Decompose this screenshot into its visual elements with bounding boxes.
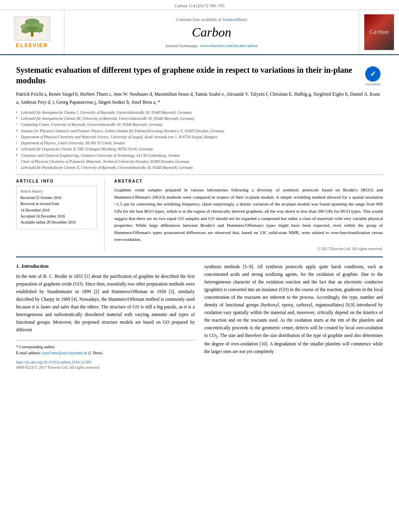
info-abstract-section: ARTICLE INFO Article history: Received 2… xyxy=(16,179,383,251)
doi-link[interactable]: http://dx.doi.org/10.1016/j.carbon.2016.… xyxy=(16,360,195,364)
footnotes-area: * Corresponding author. E-mail address: … xyxy=(16,340,195,356)
article-info-box: Article history: Received 25 October 201… xyxy=(16,186,97,229)
aff-sup-a: a xyxy=(16,110,20,115)
journal-cover-area: Carbon xyxy=(359,10,399,54)
aff-sup-b: b xyxy=(16,116,20,121)
aff-text-b: Lehrstuhl für Anorganische Chemie III, U… xyxy=(21,116,194,121)
article-title-section: Systematic evaluation of different types… xyxy=(16,65,383,86)
affiliation-h: h Chemistry and Chemical Engineering, Ch… xyxy=(16,153,383,158)
sciencedirect-label: Contents lists available at xyxy=(176,17,221,22)
body-text-section: 1. Introduction In the note of B. C. Bro… xyxy=(16,263,383,370)
aff-sup-e: e xyxy=(16,134,20,140)
volume-info: Carbon 114 (2017) 700–705 xyxy=(0,0,399,10)
aff-text-f: Department of Physics, Umeå University, … xyxy=(21,140,125,146)
aff-sup-d: d xyxy=(16,128,20,134)
affiliation-f: f Department of Physics, Umeå University… xyxy=(16,140,383,146)
article-title: Systematic evaluation of different types… xyxy=(16,65,356,86)
svg-point-7 xyxy=(35,28,43,33)
affiliation-d: d Institute for Physical Chemistry and P… xyxy=(16,128,383,134)
revised-date: 14 December 2016 xyxy=(21,207,93,214)
footer-copyright: 0008-6223/© 2017 Elsevier Ltd. All right… xyxy=(16,365,195,370)
svg-point-6 xyxy=(21,29,29,33)
main-content: Systematic evaluation of different types… xyxy=(0,55,399,376)
svg-rect-5 xyxy=(31,33,33,37)
accepted-date: Accepted 24 December 2016 xyxy=(21,214,93,220)
aff-text-a: Lehrstuhl für Anorganische Chemie I, Uni… xyxy=(21,110,192,115)
email-name: (J. Breu). xyxy=(88,351,103,355)
email-label: E-mail address: xyxy=(16,351,41,355)
aff-sup-h: h xyxy=(16,153,20,158)
email-line: E-mail address: josef.breu@uni-bayreuth.… xyxy=(16,350,195,356)
crossmark-text: CrossMark xyxy=(365,82,381,86)
abstract-copyright: © 2017 Elsevier Ltd. All rights reserved… xyxy=(114,246,383,251)
body-left-column: 1. Introduction In the note of B. C. Bro… xyxy=(16,263,195,370)
history-label: Article history: xyxy=(21,189,93,193)
journal-info-center: Contents lists available at ScienceDirec… xyxy=(64,10,359,54)
email-link[interactable]: josef.breu@uni-bayreuth.de xyxy=(42,351,87,355)
affiliation-c: c Computing Center, University of Bayreu… xyxy=(16,122,383,127)
cover-title: Carbon xyxy=(369,29,389,35)
aff-text-h: Chemistry and Chemical Engineering, Chal… xyxy=(21,153,180,158)
aff-sup-f: f xyxy=(16,140,20,146)
authors-line: Patrick Feicht a, Renée Siegel b, Herber… xyxy=(16,90,383,107)
body-right-column: synthesis methods [5–9]. All synthesis p… xyxy=(204,263,383,370)
corresponding-author: * Corresponding author. xyxy=(16,344,195,350)
homepage-label: journal homepage: xyxy=(166,43,199,48)
volume-text: Carbon 114 (2017) 700–705 xyxy=(175,3,225,8)
available-date: Available online 28 December 2016 xyxy=(21,220,93,226)
crossmark-badge: ✓ CrossMark xyxy=(363,66,383,86)
aff-sup-j: j xyxy=(16,165,20,170)
section1-heading: 1. Introduction xyxy=(16,263,195,269)
sciencedirect-line: Contents lists available at ScienceDirec… xyxy=(176,17,247,22)
section-divider-2 xyxy=(16,257,383,257)
received-revised-label: Received in revised form xyxy=(21,201,93,207)
section1-left-text: In the note of B. C. Brodie in 1855 [1] … xyxy=(16,273,195,334)
article-info-column: ARTICLE INFO Article history: Received 2… xyxy=(16,179,105,251)
publisher-logo-area: ELSEVIER xyxy=(0,10,64,54)
crossmark-icon: ✓ xyxy=(365,66,380,82)
section1-right-text: synthesis methods [5–9]. All synthesis p… xyxy=(204,263,383,355)
journal-cover-image: Carbon xyxy=(364,14,394,50)
homepage-link[interactable]: www.elsevier.com/locate/carbon xyxy=(200,43,257,48)
aff-sup-g: g xyxy=(16,146,20,152)
aff-sup-c: c xyxy=(16,122,20,127)
aff-text-d: Institute for Physical Chemistry and Pol… xyxy=(21,128,224,134)
affiliation-a: a Lehrstuhl für Anorganische Chemie I, U… xyxy=(16,110,383,115)
elsevier-logo-image xyxy=(14,16,50,41)
aff-text-g: Lehrstuhl für Organische Chemie II, FAU … xyxy=(21,146,153,152)
aff-text-c: Computing Center, University of Bayreuth… xyxy=(21,122,163,127)
corresponding-label: * Corresponding author. xyxy=(16,345,55,349)
affiliation-j: j Lehrstuhl für Physikalische Chemie II,… xyxy=(16,165,383,170)
sciencedirect-link[interactable]: ScienceDirect xyxy=(222,17,247,22)
abstract-heading: ABSTRACT xyxy=(114,179,383,183)
journal-name: Carbon xyxy=(192,25,231,40)
elsevier-tree-svg xyxy=(18,18,46,39)
affiliation-b: b Lehrstuhl für Anorganische Chemie III,… xyxy=(16,116,383,121)
aff-sup-i: i xyxy=(16,159,20,164)
aff-text-i: Chair of Physical Chemistry of Polymeric… xyxy=(21,159,189,164)
aff-text-e: Department of Physical Chemistry and Mat… xyxy=(21,134,218,140)
affiliation-i: i Chair of Physical Chemistry of Polymer… xyxy=(16,159,383,164)
page: Carbon 114 (2017) 700–705 xyxy=(0,0,399,532)
elsevier-logo: ELSEVIER xyxy=(14,16,50,48)
abstract-column: ABSTRACT Graphene oxide samples prepared… xyxy=(114,179,383,251)
aff-text-j: Lehrstuhl für Physikalische Chemie II, U… xyxy=(21,165,193,170)
affiliation-g: g Lehrstuhl für Organische Chemie II, FA… xyxy=(16,146,383,152)
article-info-heading: ARTICLE INFO xyxy=(16,179,97,183)
journal-header: ELSEVIER Contents lists available at Sci… xyxy=(0,10,399,55)
affiliation-e: e Department of Physical Chemistry and M… xyxy=(16,134,383,140)
elsevier-brand-text: ELSEVIER xyxy=(16,42,48,48)
section-divider-1 xyxy=(16,175,383,175)
homepage-line: journal homepage: www.elsevier.com/locat… xyxy=(166,43,257,48)
abstract-text: Graphene oxide samples prepared in vario… xyxy=(114,187,383,243)
received-date: Received 25 October 2016 xyxy=(21,195,93,201)
affiliations: a Lehrstuhl für Anorganische Chemie I, U… xyxy=(16,110,383,171)
footer-links: http://dx.doi.org/10.1016/j.carbon.2016.… xyxy=(16,360,195,370)
